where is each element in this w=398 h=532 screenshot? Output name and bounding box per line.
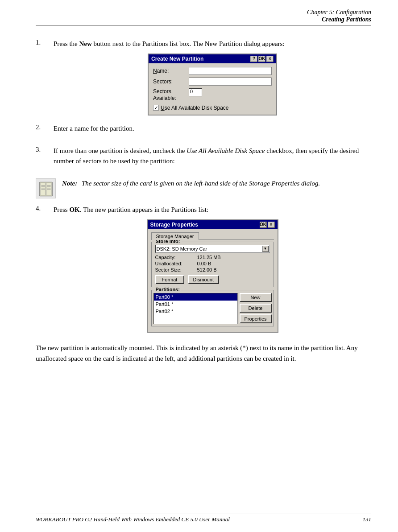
sectors-available-label: SectorsAvailable: [153, 88, 189, 102]
note-block: Note: The sector size of the card is giv… [36, 178, 371, 198]
footer-left: WORKABOUT PRO G2 Hand-Held With Windows … [36, 516, 230, 523]
capacity-label: Capacity: [155, 255, 195, 260]
sector-size-label: Sector Size: [155, 267, 195, 272]
sectors-row: Sectors: [153, 78, 272, 86]
storage-title-controls: OK × [260, 222, 275, 228]
book-icon [36, 178, 56, 198]
note-label: Note: [62, 180, 77, 187]
partition-item-1[interactable]: Part01 * [154, 301, 237, 308]
step-2-number: 2. [36, 124, 54, 131]
checkbox-row: ✓ Use All Available Disk Space [153, 105, 272, 111]
use-all-space-checkbox[interactable]: ✓ [153, 105, 159, 111]
step-1-body: Press the New button next to the Partiti… [54, 39, 371, 115]
create-partition-dialog-container: Create New Partition ? OK × Name: [54, 54, 371, 115]
note-text: The sector size of the card is given on … [82, 180, 320, 187]
sector-size-value: 512.00 B [197, 267, 270, 272]
partitions-title: Partitions: [154, 287, 181, 292]
format-dismount-row: Format Dismount [155, 275, 270, 284]
capacity-value: 121.25 MB [197, 255, 270, 260]
chapter-line: Chapter 5: Configuration [36, 9, 371, 16]
sectors-available-value: 0 [189, 88, 202, 96]
step-3-body: If more than one partition is desired, u… [54, 146, 371, 170]
step-3-italic: Use All Available Disk Space [187, 147, 265, 154]
store-dropdown[interactable]: DSK2: SD Memory Car ▼ [155, 245, 270, 253]
sectors-input[interactable] [189, 78, 272, 86]
footer-page-number: 131 [363, 516, 372, 523]
create-partition-title: Create New Partition [151, 56, 203, 62]
step-4: 4. Press OK. The new partition appears i… [36, 205, 371, 333]
step-3: 3. If more than one partition is desired… [36, 146, 371, 170]
name-input[interactable] [189, 67, 272, 75]
storage-manager-tab[interactable]: Storage Manager [151, 232, 199, 240]
create-partition-title-bar: Create New Partition ? OK × [149, 54, 276, 63]
note-content: Note: The sector size of the card is giv… [62, 178, 371, 189]
storage-dialog-title: Storage Properties [150, 222, 198, 228]
section-line: Creating Partitions [36, 16, 371, 23]
delete-partition-btn[interactable]: Delete [240, 304, 272, 313]
unallocated-value: 0.00 B [197, 261, 270, 266]
dialog-close-btn[interactable]: × [266, 56, 274, 62]
step-2-body: Enter a name for the partition. [54, 124, 371, 138]
partitions-section: Partitions: Part00 * Part01 * Part02 * N… [151, 290, 274, 326]
partition-item-2[interactable]: Part02 * [154, 308, 237, 315]
step-4-number: 4. [36, 205, 54, 212]
dismount-btn[interactable]: Dismount [188, 275, 219, 284]
storage-dialog: Storage Properties OK × Storage Manager [147, 219, 278, 333]
storage-title-bar: Storage Properties OK × [148, 220, 278, 229]
page-footer: WORKABOUT PRO G2 Hand-Held With Windows … [36, 514, 371, 523]
format-btn[interactable]: Format [155, 275, 184, 284]
step-1: 1. Press the New button next to the Part… [36, 39, 371, 115]
partition-item-0[interactable]: Part00 * [154, 293, 237, 301]
name-label: Name: [153, 68, 189, 74]
title-bar-controls: ? OK × [250, 56, 274, 62]
page-header: Chapter 5: Configuration Creating Partit… [36, 9, 371, 25]
storage-ok-btn[interactable]: OK [260, 222, 267, 228]
dropdown-arrow-icon: ▼ [262, 246, 269, 252]
step-1-text: Press the New button next to the Partiti… [54, 39, 371, 49]
unallocated-label: Unallocated: [155, 261, 195, 266]
sectors-available-row: SectorsAvailable: 0 [153, 88, 272, 102]
properties-partition-btn[interactable]: Properties [240, 314, 272, 323]
step-4-text: Press OK. The new partition appears in t… [54, 205, 371, 215]
storage-body: Storage Manager Store Info: DSK2: SD Mem… [148, 229, 278, 332]
info-grid: Capacity: 121.25 MB Unallocated: 0.00 B … [155, 255, 270, 272]
dialog-ok-btn[interactable]: OK [258, 56, 265, 62]
dialog-body: Name: Sectors: SectorsAvailable: 0 [149, 63, 276, 115]
help-btn[interactable]: ? [250, 56, 257, 62]
footer-paragraph: The new partition is automatically mount… [36, 342, 371, 364]
step-4-body: Press OK. The new partition appears in t… [54, 205, 371, 333]
store-info-section: Store Info: DSK2: SD Memory Car ▼ Capaci… [151, 242, 274, 287]
storage-dialog-container: Storage Properties OK × Storage Manager [54, 219, 371, 333]
book-svg [37, 179, 55, 198]
page-container: Chapter 5: Configuration Creating Partit… [0, 0, 398, 532]
name-row: Name: [153, 67, 272, 75]
sectors-label: Sectors: [153, 78, 189, 85]
step-2: 2. Enter a name for the partition. [36, 124, 371, 138]
store-device-text: DSK2: SD Memory Car [157, 246, 207, 252]
step-1-number: 1. [36, 39, 54, 46]
checkbox-label-u: Use All Available Disk Space [161, 105, 229, 111]
partition-buttons: New Delete Properties [240, 293, 272, 324]
create-partition-dialog: Create New Partition ? OK × Name: [148, 54, 277, 115]
step-4-bold: OK [69, 206, 79, 213]
step-1-bold: New [79, 40, 92, 47]
tab-bar: Storage Manager [151, 232, 274, 240]
step-3-text: If more than one partition is desired, u… [54, 146, 371, 166]
store-device-row: DSK2: SD Memory Car ▼ [155, 245, 270, 253]
step-3-number: 3. [36, 146, 54, 153]
partition-list: Part00 * Part01 * Part02 * [153, 293, 238, 324]
step-2-text: Enter a name for the partition. [54, 124, 371, 134]
new-partition-btn[interactable]: New [240, 293, 272, 302]
storage-close-btn[interactable]: × [268, 222, 275, 228]
content-area: 1. Press the New button next to the Part… [36, 39, 371, 364]
